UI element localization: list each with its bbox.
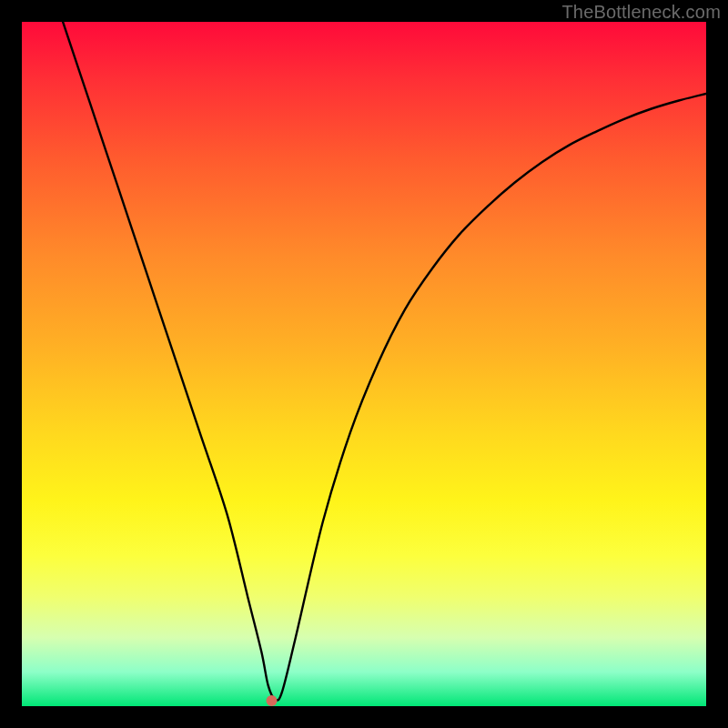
chart-frame: TheBottleneck.com bbox=[0, 0, 728, 728]
plot-area bbox=[22, 22, 706, 706]
bottleneck-curve-path bbox=[63, 22, 706, 701]
watermark-text: TheBottleneck.com bbox=[561, 2, 721, 23]
bottleneck-min-marker bbox=[266, 695, 277, 706]
bottleneck-curve-svg bbox=[22, 22, 706, 706]
